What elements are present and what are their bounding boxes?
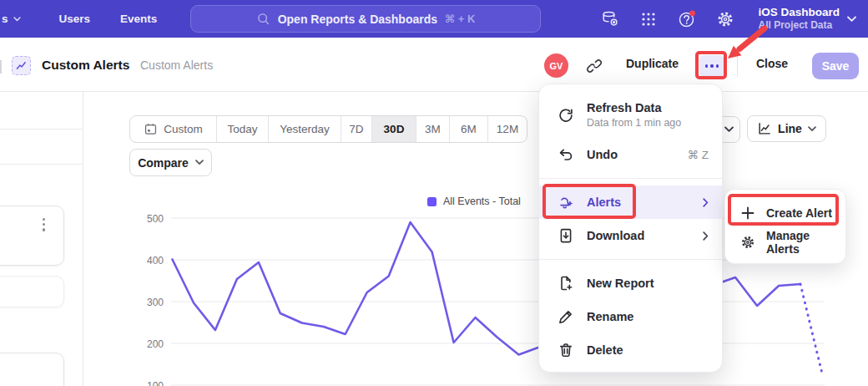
menu-item-label: Delete <box>587 343 623 357</box>
nav-item-users[interactable]: Users <box>46 13 104 25</box>
more-options-button[interactable] <box>699 55 724 77</box>
kebab-menu-icon[interactable] <box>43 218 45 231</box>
copy-link-icon[interactable] <box>586 58 603 74</box>
date-range-label: Custom <box>164 123 203 135</box>
project-switcher[interactable]: iOS Dashboard All Project Data <box>758 6 856 33</box>
nav-item-events[interactable]: Events <box>107 13 170 25</box>
apps-grid-icon[interactable] <box>639 10 658 28</box>
menu-item-label: Refresh Data <box>587 100 681 115</box>
submenu-item-create-alert[interactable]: Create Alert <box>725 198 845 227</box>
line-chart-icon <box>757 121 772 136</box>
chevron-down-icon <box>847 16 856 23</box>
avatar[interactable]: GV <box>544 53 568 78</box>
menu-item-label: Rename <box>587 310 633 323</box>
search-shortcut: ⌘ + K <box>445 13 475 25</box>
menu-item-sublabel: Data from 1 min ago <box>587 117 681 130</box>
sidebar-card[interactable] <box>0 276 64 307</box>
alerts-submenu: Create Alert Manage Alerts <box>724 189 846 264</box>
help-icon[interactable] <box>678 10 696 28</box>
date-range-button[interactable]: 7D <box>341 116 371 142</box>
legend-label: All Events - Total <box>443 196 521 207</box>
date-range-button[interactable]: Today <box>216 116 268 142</box>
menu-item-label: Alerts <box>587 196 621 209</box>
chevron-right-icon <box>703 231 709 241</box>
report-type-icon <box>12 56 31 75</box>
breadcrumb: Custom Alerts <box>140 58 213 72</box>
submenu-item-manage-alerts[interactable]: Manage Alerts <box>725 227 845 256</box>
compare-label: Compare <box>138 156 189 170</box>
menu-item-refresh-data[interactable]: Refresh Data Data from 1 min ago <box>539 93 722 138</box>
more-options-menu: Refresh Data Data from 1 min ago Undo ⌘ … <box>538 84 723 373</box>
chart-type-button[interactable]: Line <box>747 115 826 142</box>
cutoff-element <box>0 60 2 74</box>
page-title: Custom Alerts <box>42 58 129 73</box>
menu-item-download[interactable]: Download <box>539 219 722 252</box>
menu-item-delete[interactable]: Delete <box>539 333 722 367</box>
new-report-icon <box>558 275 574 292</box>
sidebar-card[interactable] <box>0 353 64 386</box>
notification-badge <box>690 10 696 16</box>
sidebar-card[interactable] <box>0 206 64 266</box>
chart-legend[interactable]: All Events - Total <box>427 196 521 207</box>
project-name: iOS Dashboard <box>758 6 840 20</box>
data-management-icon[interactable] <box>601 10 619 28</box>
nav-item-label: s <box>2 13 8 25</box>
refresh-icon <box>558 107 574 124</box>
date-range-button[interactable]: 3M <box>416 116 449 142</box>
date-range-button[interactable]: Custom <box>130 116 216 142</box>
date-range-button[interactable]: Yesterday <box>268 116 341 142</box>
search-icon <box>256 12 270 26</box>
pencil-icon <box>558 308 574 325</box>
settings-gear-icon[interactable] <box>716 10 734 28</box>
left-panel-divider <box>83 92 83 386</box>
chevron-down-icon <box>724 126 734 133</box>
menu-item-rename[interactable]: Rename <box>539 300 722 333</box>
chevron-down-icon <box>195 160 204 165</box>
menu-item-undo[interactable]: Undo ⌘ Z <box>539 138 722 171</box>
header-divider <box>737 55 738 77</box>
gear-icon <box>740 235 755 250</box>
sidebar-row[interactable] <box>0 92 83 130</box>
menu-item-alerts[interactable]: Alerts <box>539 185 722 219</box>
chart-type-label: Line <box>778 122 802 135</box>
chevron-right-icon <box>703 198 709 207</box>
legend-swatch <box>427 197 437 206</box>
trash-icon <box>558 342 574 358</box>
svg-text:100: 100 <box>147 380 164 386</box>
search-placeholder: Open Reports & Dashboards <box>278 13 437 26</box>
svg-text:200: 200 <box>147 338 164 350</box>
submenu-item-label: Manage Alerts <box>766 229 834 256</box>
date-range-button[interactable]: 12M <box>487 116 527 142</box>
svg-text:500: 500 <box>147 213 164 225</box>
svg-text:300: 300 <box>147 297 164 308</box>
project-scope: All Project Data <box>758 19 840 32</box>
report-header: Custom Alerts Custom Alerts <box>0 38 868 92</box>
menu-divider <box>539 259 722 260</box>
menu-item-label: Download <box>587 229 644 242</box>
menu-item-label: New Report <box>587 277 654 290</box>
top-navigation-bar: s Users Events Open Reports & Dashboards… <box>0 0 868 38</box>
undo-icon <box>558 146 574 163</box>
alert-bell-icon <box>558 194 574 211</box>
compare-button[interactable]: Compare <box>129 149 212 176</box>
date-range-button[interactable]: 30D <box>371 116 416 142</box>
search-input[interactable]: Open Reports & Dashboards ⌘ + K <box>190 5 541 33</box>
download-icon <box>558 227 574 244</box>
date-range-selector: Custom Today Yesterday 7D 30D 3M 6M 12M <box>129 115 527 143</box>
duplicate-button[interactable]: Duplicate <box>626 57 679 70</box>
sidebar-row[interactable] <box>0 130 83 165</box>
app-window: 500400300200100 All Events - Total Custo… <box>0 0 868 386</box>
nav-item-boards-truncated[interactable]: s <box>0 13 29 25</box>
chevron-down-icon <box>808 126 816 132</box>
menu-item-new-report[interactable]: New Report <box>539 267 722 300</box>
save-button[interactable]: Save <box>812 53 859 79</box>
menu-divider <box>539 178 722 179</box>
menu-item-shortcut: ⌘ Z <box>688 148 709 161</box>
menu-item-label: Undo <box>587 148 618 161</box>
submenu-item-label: Create Alert <box>766 206 832 220</box>
date-range-button[interactable]: 6M <box>449 116 487 142</box>
close-button[interactable]: Close <box>756 57 788 70</box>
svg-text:400: 400 <box>147 255 164 267</box>
plus-icon <box>740 206 755 221</box>
chevron-down-icon <box>13 17 21 22</box>
